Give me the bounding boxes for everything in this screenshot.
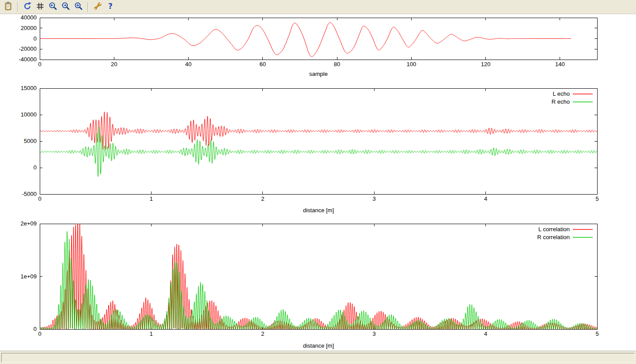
x-tick-label: 1 <box>150 330 153 337</box>
y-tick-label: 15000 <box>21 85 37 91</box>
chart-0: 020406080100120140-40000-200000200004000… <box>19 14 597 77</box>
x-tick-label: 5 <box>595 330 598 337</box>
series-waveform-line <box>40 23 571 56</box>
x-tick-label: 5 <box>595 195 598 202</box>
x-axis-label: distance [m] <box>303 342 334 349</box>
legend-label: R echo <box>552 98 570 105</box>
x-tick-label: 80 <box>334 61 340 68</box>
y-tick-label: -20000 <box>19 45 37 52</box>
y-tick-label: 10000 <box>21 111 37 118</box>
series-r-correlation-line <box>40 232 597 330</box>
x-tick-label: 40 <box>185 61 191 68</box>
x-tick-label: 0 <box>38 61 41 68</box>
y-tick-label: 0 <box>34 326 37 332</box>
y-tick-label: 0 <box>34 35 37 42</box>
toolbar: ? <box>0 0 636 14</box>
zoom-next-icon <box>61 1 71 12</box>
x-tick-label: 3 <box>373 330 376 337</box>
x-tick-label: 140 <box>555 61 565 68</box>
zoom-next-button[interactable] <box>60 1 72 13</box>
y-tick-label: -5000 <box>22 191 37 197</box>
series-l-echo-line <box>40 112 597 150</box>
copy-to-clipboard-button[interactable] <box>2 1 14 13</box>
help-button[interactable]: ? <box>104 1 116 13</box>
chart-2: 01234501e+092e+09distance [m]L correlati… <box>20 220 598 349</box>
y-tick-label: 5000 <box>24 138 37 144</box>
y-tick-label: 40000 <box>21 14 37 21</box>
y-tick-label: 0 <box>34 164 37 171</box>
replot-icon <box>23 1 32 12</box>
x-tick-label: 120 <box>481 61 491 68</box>
help-icon: ? <box>106 1 115 12</box>
svg-text:?: ? <box>108 2 113 11</box>
x-tick-label: 100 <box>406 61 416 68</box>
series-group <box>40 23 571 56</box>
x-tick-label: 0 <box>38 330 41 337</box>
x-tick-label: 2 <box>261 330 264 337</box>
plot-area: 020406080100120140-40000-200000200004000… <box>0 14 636 351</box>
wrench-icon <box>93 1 102 12</box>
x-tick-label: 1 <box>150 195 153 202</box>
legend-label: L echo <box>553 90 570 97</box>
status-message <box>1 353 635 363</box>
series-group <box>40 112 597 177</box>
grid-icon <box>35 1 45 12</box>
series-l-correlation-line <box>40 221 597 329</box>
zoom-previous-icon <box>48 1 58 12</box>
gnuplot-window: ? 020406080100120140-40000-2000002000040… <box>0 0 636 364</box>
series-r-echo-line <box>40 127 597 176</box>
x-tick-label: 4 <box>484 195 487 202</box>
replot-button[interactable] <box>21 1 33 13</box>
y-tick-label: 20000 <box>21 25 37 31</box>
zoom-previous-button[interactable] <box>47 1 59 13</box>
plot-border <box>40 224 597 329</box>
x-tick-label: 4 <box>484 330 487 337</box>
statusbar <box>0 351 636 364</box>
plot-canvas[interactable]: 020406080100120140-40000-200000200004000… <box>0 14 636 351</box>
toolbar-separator <box>87 2 88 12</box>
x-tick-label: 2 <box>261 195 264 202</box>
x-tick-label: 0 <box>38 195 41 202</box>
series-group <box>40 221 597 329</box>
y-tick-label: 1e+09 <box>20 273 37 280</box>
x-tick-label: 20 <box>111 61 117 68</box>
toolbar-separator <box>17 2 18 12</box>
legend-label: L correlation <box>538 226 570 233</box>
y-tick-label: -40000 <box>19 56 37 63</box>
x-axis-label: sample <box>309 71 328 77</box>
legend-label: R correlation <box>537 234 570 240</box>
x-axis-label: distance [m] <box>303 207 334 214</box>
x-tick-label: 60 <box>260 61 266 68</box>
x-tick-label: 3 <box>373 195 376 202</box>
configure-button[interactable] <box>91 1 103 13</box>
toggle-grid-button[interactable] <box>34 1 46 13</box>
y-tick-label: 2e+09 <box>20 220 37 227</box>
clipboard-copy-icon <box>4 1 13 12</box>
plot-border <box>40 88 597 194</box>
chart-1: 012345-5000050001000015000distance [m]L … <box>21 85 599 214</box>
autoscale-icon <box>74 1 83 12</box>
autoscale-button[interactable] <box>72 1 84 13</box>
